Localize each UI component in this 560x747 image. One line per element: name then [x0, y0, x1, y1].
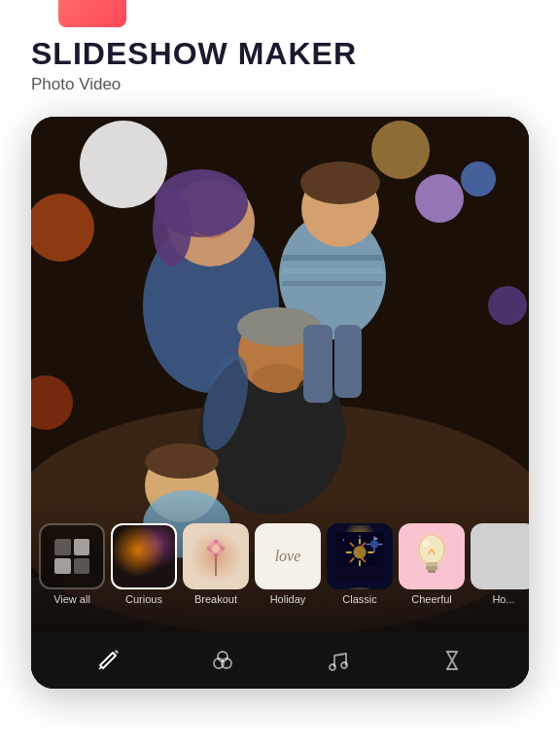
filter-label-curious: Curious [125, 593, 162, 605]
photo-bg: View all Curious [31, 117, 529, 689]
svg-rect-16 [282, 281, 383, 286]
filter-thumb-breakout[interactable] [183, 523, 249, 589]
svg-point-49 [370, 540, 378, 548]
filter-thumb-classic[interactable] [327, 523, 393, 589]
filter-thumb-view-all[interactable] [39, 523, 105, 589]
filter-label-breakout: Breakout [194, 593, 237, 605]
svg-point-2 [415, 174, 464, 223]
flower-decoration [200, 533, 231, 580]
svg-point-1 [80, 121, 167, 208]
filter-curious[interactable]: Curious [111, 523, 177, 605]
effects-icon [210, 648, 235, 673]
svg-point-3 [461, 161, 496, 196]
filter-strip: View all Curious [31, 523, 529, 630]
filter-more[interactable]: Ho... [471, 523, 529, 605]
filter-cheerful[interactable]: Cheerful [399, 523, 465, 605]
svg-point-18 [300, 161, 380, 204]
svg-line-62 [99, 667, 101, 669]
accent-bar [58, 0, 126, 27]
filter-thumb-curious[interactable] [111, 523, 177, 589]
filter-holiday[interactable]: love Holiday [255, 523, 321, 605]
filter-label-holiday: Holiday [270, 593, 306, 605]
svg-point-40 [353, 546, 366, 558]
svg-rect-59 [428, 570, 436, 573]
family-photo [31, 146, 529, 543]
photo-area: View all Curious [31, 117, 529, 689]
bulb-icon [412, 530, 451, 584]
svg-point-39 [359, 535, 361, 537]
filter-classic[interactable]: Classic [327, 523, 393, 605]
svg-point-68 [330, 664, 335, 670]
svg-rect-15 [282, 268, 383, 273]
music-tool-button[interactable] [316, 639, 359, 682]
svg-point-4 [371, 121, 430, 179]
filter-label-cheerful: Cheerful [411, 593, 452, 605]
music-icon [325, 648, 350, 673]
app-header: SLIDESHOW MAKER Photo Video [31, 37, 357, 94]
filter-label-more: Ho... [492, 593, 514, 605]
firework-icon [335, 532, 384, 581]
svg-point-35 [212, 545, 220, 552]
filter-breakout[interactable]: Breakout [183, 523, 249, 605]
svg-point-37 [343, 540, 345, 542]
filter-thumb-holiday[interactable]: love [255, 523, 321, 589]
svg-point-12 [153, 189, 192, 267]
svg-point-55 [332, 566, 388, 576]
svg-point-24 [145, 444, 219, 479]
grid-icon [54, 539, 89, 574]
svg-point-38 [374, 537, 377, 540]
grid-cell-4 [74, 558, 90, 575]
filter-thumb-cheerful[interactable] [399, 523, 465, 589]
edit-icon [95, 648, 121, 673]
filter-view-all[interactable]: View all [39, 523, 105, 605]
grid-cell-3 [54, 558, 71, 575]
app-subtitle: Photo Video [31, 75, 357, 94]
svg-rect-14 [282, 255, 383, 261]
trim-icon [439, 648, 465, 673]
grid-cell-2 [74, 539, 90, 555]
grid-cell-1 [54, 539, 71, 555]
svg-rect-28 [303, 325, 332, 403]
svg-point-61 [416, 532, 447, 567]
trim-tool-button[interactable] [431, 639, 473, 682]
edit-tool-button[interactable] [87, 639, 129, 682]
app-title: SLIDESHOW MAKER [31, 37, 357, 71]
svg-point-69 [341, 662, 347, 668]
love-text: love [275, 548, 301, 565]
effects-tool-button[interactable] [201, 639, 244, 682]
main-card: View all Curious [31, 117, 529, 689]
filter-thumb-more[interactable] [471, 523, 529, 589]
bottom-toolbar [31, 632, 529, 689]
svg-point-7 [488, 286, 527, 325]
filter-label-view-all: View all [53, 593, 90, 605]
filter-label-classic: Classic [342, 593, 376, 605]
svg-rect-29 [334, 325, 362, 398]
